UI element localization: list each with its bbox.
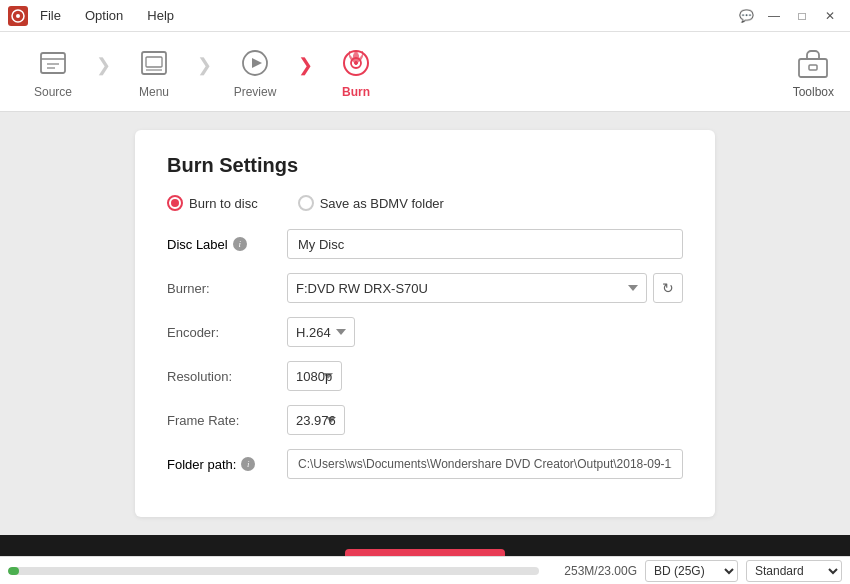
disc-label-input[interactable] bbox=[287, 229, 683, 259]
status-bar: 253M/23.00G BD (25G) DVD (4.7G) DVD (8.5… bbox=[0, 556, 850, 584]
app-icon bbox=[8, 6, 28, 26]
encoder-select[interactable]: H.264 H.265 MPEG-2 bbox=[287, 317, 355, 347]
quality-select[interactable]: Standard High Quality Best Quality bbox=[746, 560, 842, 582]
disc-label-info-icon[interactable]: i bbox=[233, 237, 247, 251]
folder-path-wrapper bbox=[287, 449, 683, 479]
menu-icon bbox=[136, 45, 172, 81]
frame-rate-select[interactable]: 23.976 24 25 29.97 30 bbox=[287, 405, 345, 435]
burn-to-disc-label: Burn to disc bbox=[189, 196, 258, 211]
menu-bar: File Option Help bbox=[36, 6, 178, 25]
resolution-label: Resolution: bbox=[167, 369, 287, 384]
encoder-label: Encoder: bbox=[167, 325, 287, 340]
status-size: 253M/23.00G bbox=[547, 564, 637, 578]
burner-label: Burner: bbox=[167, 281, 287, 296]
frame-rate-label: Frame Rate: bbox=[167, 413, 287, 428]
folder-path-row: Folder path: i bbox=[167, 449, 683, 479]
svg-point-1 bbox=[16, 14, 20, 18]
encoder-row: Encoder: H.264 H.265 MPEG-2 bbox=[167, 317, 683, 347]
svg-rect-14 bbox=[799, 59, 827, 77]
svg-rect-7 bbox=[146, 57, 162, 67]
maximize-button[interactable]: □ bbox=[790, 4, 814, 28]
burn-icon bbox=[338, 45, 374, 81]
svg-marker-10 bbox=[252, 58, 262, 68]
step-preview[interactable]: Preview bbox=[210, 38, 300, 106]
step-menu[interactable]: Menu bbox=[109, 38, 199, 106]
disc-label-label: Disc Label bbox=[167, 237, 228, 252]
folder-path-input[interactable] bbox=[287, 449, 683, 479]
burn-to-disc-radio[interactable] bbox=[167, 195, 183, 211]
svg-rect-15 bbox=[809, 65, 817, 70]
burner-refresh-button[interactable]: ↻ bbox=[653, 273, 683, 303]
disc-label-control bbox=[287, 229, 683, 259]
steps-container: Source ❯ Menu ❯ Preview bbox=[8, 38, 793, 106]
title-bar: File Option Help 💬 — □ ✕ bbox=[0, 0, 850, 32]
progress-track bbox=[8, 567, 539, 575]
menu-label: Menu bbox=[139, 85, 169, 99]
save-as-bdmv-option[interactable]: Save as BDMV folder bbox=[298, 195, 444, 211]
menu-file[interactable]: File bbox=[36, 6, 65, 25]
folder-path-label-group: Folder path: i bbox=[167, 457, 287, 472]
folder-path-label: Folder path: bbox=[167, 457, 236, 472]
toolbox-button[interactable]: Toolbox bbox=[793, 45, 834, 99]
step-burn[interactable]: Burn bbox=[311, 38, 401, 106]
burn-button[interactable]: Burn bbox=[345, 549, 505, 556]
toolbox-icon bbox=[795, 45, 831, 81]
burn-options-row: Burn to disc Save as BDMV folder bbox=[167, 195, 683, 211]
source-label: Source bbox=[34, 85, 72, 99]
disc-label-label-group: Disc Label i bbox=[167, 237, 287, 252]
disc-type-select[interactable]: BD (25G) DVD (4.7G) DVD (8.5G) bbox=[645, 560, 738, 582]
preview-icon bbox=[237, 45, 273, 81]
source-icon bbox=[35, 45, 71, 81]
close-button[interactable]: ✕ bbox=[818, 4, 842, 28]
burn-label: Burn bbox=[342, 85, 370, 99]
chat-icon[interactable]: 💬 bbox=[734, 4, 758, 28]
minimize-button[interactable]: — bbox=[762, 4, 786, 28]
disc-label-row: Disc Label i bbox=[167, 229, 683, 259]
action-bar: Burn bbox=[0, 535, 850, 556]
burner-select-wrapper: F:DVD RW DRX-S70U ↻ bbox=[287, 273, 683, 303]
frame-rate-control: 23.976 24 25 29.97 30 bbox=[287, 405, 683, 435]
main-content: Burn Settings Burn to disc Save as BDMV … bbox=[0, 112, 850, 556]
save-as-bdmv-label: Save as BDMV folder bbox=[320, 196, 444, 211]
toolbox-label: Toolbox bbox=[793, 85, 834, 99]
frame-rate-row: Frame Rate: 23.976 24 25 29.97 30 bbox=[167, 405, 683, 435]
progress-fill bbox=[8, 567, 19, 575]
save-as-bdmv-radio[interactable] bbox=[298, 195, 314, 211]
resolution-select[interactable]: 1080p 720p 480p bbox=[287, 361, 342, 391]
steps-bar: Source ❯ Menu ❯ Preview bbox=[0, 32, 850, 112]
burn-settings-panel: Burn Settings Burn to disc Save as BDMV … bbox=[135, 130, 715, 517]
settings-title: Burn Settings bbox=[167, 154, 683, 177]
resolution-row: Resolution: 1080p 720p 480p bbox=[167, 361, 683, 391]
encoder-control: H.264 H.265 MPEG-2 bbox=[287, 317, 683, 347]
menu-help[interactable]: Help bbox=[143, 6, 178, 25]
svg-rect-2 bbox=[41, 53, 65, 73]
burn-to-disc-option[interactable]: Burn to disc bbox=[167, 195, 258, 211]
window-controls: 💬 — □ ✕ bbox=[734, 4, 842, 28]
folder-path-info-icon[interactable]: i bbox=[241, 457, 255, 471]
burner-select[interactable]: F:DVD RW DRX-S70U bbox=[287, 273, 647, 303]
resolution-control: 1080p 720p 480p bbox=[287, 361, 683, 391]
step-source[interactable]: Source bbox=[8, 38, 98, 106]
burner-row: Burner: F:DVD RW DRX-S70U ↻ bbox=[167, 273, 683, 303]
preview-label: Preview bbox=[234, 85, 277, 99]
menu-option[interactable]: Option bbox=[81, 6, 127, 25]
